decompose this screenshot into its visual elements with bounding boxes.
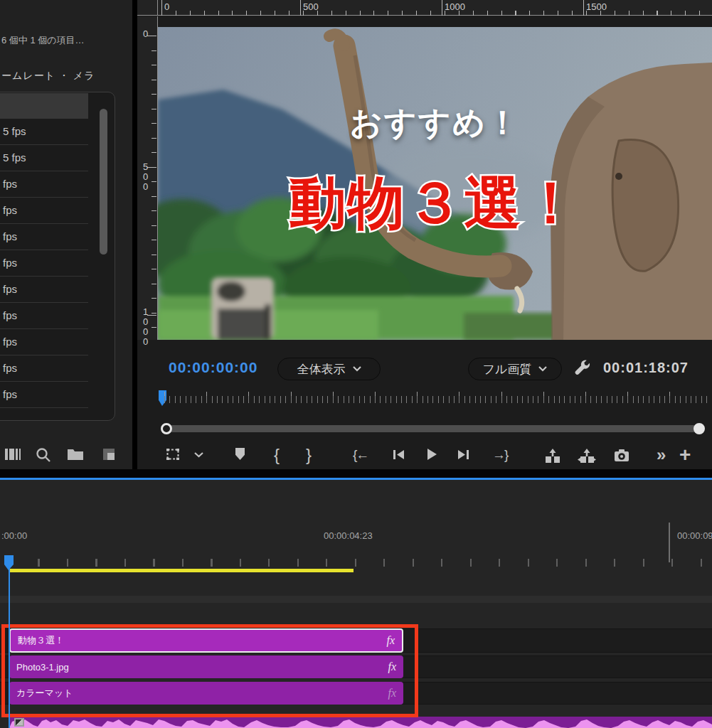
frame-rate-value: fps	[3, 362, 17, 374]
sequence-duration-timecode: 00:01:18:07	[603, 360, 689, 376]
list-scrollbar-thumb[interactable]	[100, 109, 107, 255]
horizontal-pixel-ruler: 0 500 1000 1500	[137, 0, 712, 16]
scrubber-ticks[interactable]	[164, 396, 710, 403]
vruler-label: 0	[143, 29, 151, 39]
frame-rate-value: 5 fps	[3, 125, 26, 137]
timeline-playhead-line	[9, 568, 10, 728]
audio-waveform	[9, 717, 712, 728]
hruler-label: 1500	[586, 1, 607, 12]
clip-corner-badge	[14, 718, 24, 727]
playback-quality-value: フル画質	[483, 361, 532, 378]
premiere-pro-window: 6 個中 1 個の項目… ームレート ・ メラ 5 fps 5 fps fps …	[0, 0, 712, 728]
sequence-end-marker	[669, 523, 670, 562]
list-column-headers: ームレート ・ メラ	[1, 70, 95, 82]
list-row[interactable]: fps	[0, 171, 88, 198]
frame-rate-value: fps	[3, 230, 17, 242]
timeline-ruler-ticks[interactable]	[9, 559, 712, 567]
frame-rate-value: fps	[3, 283, 17, 295]
list-row[interactable]: fps	[0, 198, 88, 224]
frame-rate-list: 5 fps 5 fps fps fps fps fps fps fps fps …	[0, 92, 115, 421]
list-row[interactable]: fps	[0, 303, 88, 329]
settings-wrench-icon[interactable]	[575, 359, 590, 378]
list-row[interactable]: fps	[0, 355, 88, 382]
hruler-major-tick	[300, 0, 301, 16]
empty-track-band	[0, 596, 712, 603]
list-row[interactable]: fps	[0, 382, 88, 408]
hruler-label: 0	[164, 1, 169, 12]
timeline-ruler-label: 00:00:04:23	[324, 530, 373, 541]
frame-rate-value: fps	[3, 257, 17, 269]
audio-clip[interactable]	[9, 717, 712, 728]
more-buttons-chevrons[interactable]: »	[657, 445, 666, 465]
new-item-icon[interactable]	[101, 446, 117, 465]
chevron-down-icon	[538, 366, 547, 372]
program-monitor-panel: 0 500 1000 1500 0 500 1000	[137, 0, 712, 469]
list-row[interactable]: fps	[0, 250, 88, 277]
step-back-button[interactable]	[393, 449, 405, 460]
search-icon[interactable]	[35, 446, 52, 466]
safe-margins-button[interactable]	[166, 448, 180, 461]
go-to-in-button[interactable]: {←	[353, 447, 368, 463]
list-row[interactable]: fps	[0, 224, 88, 250]
add-marker-button[interactable]	[235, 448, 245, 460]
frame-rate-value: 5 fps	[3, 151, 26, 164]
list-view-icon[interactable]	[4, 446, 21, 465]
vruler-ticks	[152, 36, 156, 334]
button-editor-add-button[interactable]: +	[679, 444, 691, 466]
list-row[interactable]: fps	[0, 277, 88, 303]
lift-button[interactable]	[544, 449, 561, 463]
title-overlay-line1: おすすめ！	[158, 102, 712, 144]
playback-quality-dropdown[interactable]: フル画質	[468, 358, 562, 380]
hruler-label: 1000	[445, 1, 465, 12]
step-forward-button[interactable]	[457, 449, 469, 460]
frame-rate-value: fps	[3, 388, 17, 400]
hruler-ticks	[161, 11, 712, 16]
timeline-ruler-label: :00:00	[1, 530, 27, 541]
monitor-scrollbar[interactable]	[166, 425, 700, 432]
playhead-timecode[interactable]: 00:00:00:00	[169, 359, 257, 376]
play-button[interactable]	[426, 448, 437, 461]
red-annotation-rectangle	[1, 624, 418, 717]
hruler-major-tick	[442, 0, 442, 16]
project-item-count: 6 個中 1 個の項目…	[1, 34, 85, 47]
hruler-major-tick	[583, 0, 584, 16]
list-row[interactable]: 5 fps	[0, 145, 88, 171]
render-bar-yellow	[9, 569, 354, 572]
frame-rate-value: fps	[3, 178, 17, 190]
timeline-ruler-label: 00:00:09:2	[677, 530, 712, 541]
scrollbar-handle-right[interactable]	[694, 423, 705, 434]
zoom-level-dropdown[interactable]: 全体表示	[277, 358, 381, 380]
hruler-label: 500	[303, 1, 319, 12]
frame-rate-value: fps	[3, 204, 17, 216]
hruler-major-tick	[161, 0, 162, 16]
chevron-down-icon[interactable]	[194, 452, 203, 458]
horizontal-panel-divider[interactable]	[0, 469, 712, 478]
list-row-selected[interactable]	[0, 93, 88, 119]
frame-rate-value: fps	[3, 336, 17, 348]
list-row[interactable]: 5 fps	[0, 119, 88, 145]
vruler-label: 500	[143, 162, 151, 192]
timeline-panel: :00:00 00:00:04:23 00:00:09:2 動物３選！ fx P…	[0, 480, 712, 728]
project-panel: 6 個中 1 個の項目… ームレート ・ メラ 5 fps 5 fps fps …	[0, 0, 132, 469]
panel-divider[interactable]	[132, 0, 137, 469]
list-row[interactable]: fps	[0, 329, 88, 355]
ruler-corner	[137, 0, 158, 16]
go-to-out-button[interactable]: →}	[492, 447, 507, 463]
program-preview-frame: おすすめ！ 動物３選！	[158, 27, 712, 340]
scrollbar-handle-left[interactable]	[161, 423, 172, 434]
vertical-pixel-ruler: 0 500 1000	[137, 16, 158, 340]
zoom-level-value: 全体表示	[297, 361, 346, 378]
title-overlay-line2: 動物３選！	[158, 166, 712, 242]
vruler-label: 1000	[143, 307, 151, 347]
extract-button[interactable]	[578, 449, 596, 463]
mark-out-button[interactable]: }	[306, 445, 312, 465]
chevron-down-icon	[353, 366, 361, 372]
mark-in-button[interactable]: {	[274, 445, 280, 465]
export-frame-camera-icon[interactable]	[614, 449, 629, 462]
new-bin-folder-icon[interactable]	[67, 446, 84, 465]
frame-rate-value: fps	[3, 309, 17, 321]
